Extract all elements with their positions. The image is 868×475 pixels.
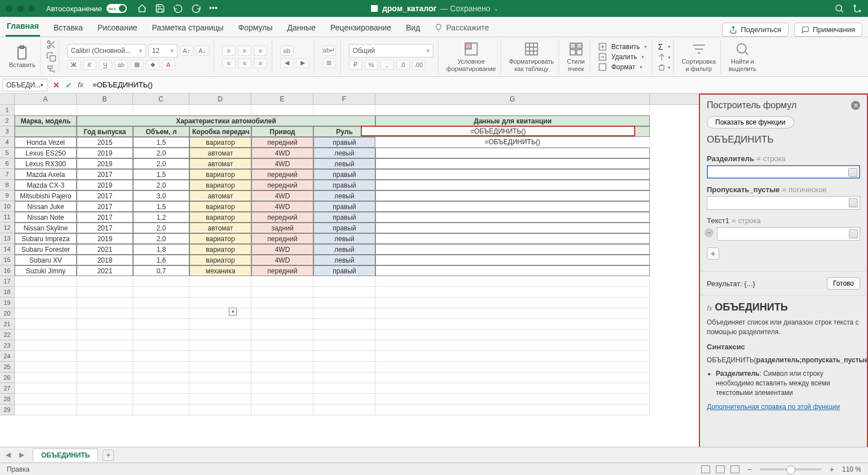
zoom-slider[interactable] xyxy=(760,468,822,470)
row-header[interactable]: 8 xyxy=(0,180,15,190)
cell[interactable]: передний xyxy=(251,265,313,276)
tab-data[interactable]: Данные xyxy=(286,19,317,37)
cell[interactable] xyxy=(189,340,251,351)
column-header[interactable]: E xyxy=(251,94,313,104)
cell[interactable]: 1,5 xyxy=(133,169,189,180)
cell[interactable] xyxy=(77,405,133,415)
cell[interactable] xyxy=(251,276,313,287)
cell[interactable] xyxy=(189,405,251,415)
cell[interactable]: Lexus RX300 xyxy=(15,158,77,169)
cell[interactable] xyxy=(375,105,650,116)
cell[interactable] xyxy=(15,287,77,298)
cell[interactable]: вариатор xyxy=(189,180,251,190)
cell[interactable]: 2021 xyxy=(77,265,133,276)
cell[interactable] xyxy=(133,105,189,116)
settings-icon[interactable] xyxy=(852,3,862,14)
cell[interactable] xyxy=(313,362,375,372)
cell[interactable] xyxy=(77,298,133,308)
font-color-button[interactable]: A xyxy=(162,60,175,70)
cell[interactable] xyxy=(313,308,375,319)
cell[interactable]: левый xyxy=(313,233,375,244)
strike-button[interactable]: ab xyxy=(114,60,128,70)
more-icon[interactable]: ••• xyxy=(209,3,218,14)
column-header[interactable]: C xyxy=(133,94,189,104)
copy-icon[interactable] xyxy=(46,52,56,62)
paste-icon[interactable] xyxy=(14,45,30,60)
done-button[interactable]: Готово xyxy=(827,277,860,290)
cell[interactable]: Nissan Juke xyxy=(15,201,77,212)
cell[interactable] xyxy=(375,383,650,394)
merge-cells-icon[interactable]: ⊞ xyxy=(322,58,336,68)
cell[interactable] xyxy=(77,308,133,319)
page-layout-view-icon[interactable] xyxy=(716,465,725,473)
fx-icon[interactable]: fx xyxy=(78,81,83,89)
cell[interactable]: 4WD xyxy=(251,255,313,265)
row-header[interactable]: 3 xyxy=(0,126,15,137)
row-header[interactable]: 9 xyxy=(0,190,15,201)
cell[interactable] xyxy=(375,233,650,244)
cell[interactable] xyxy=(375,255,650,265)
wrap-text-icon[interactable]: ab↵ xyxy=(322,46,336,56)
column-header[interactable]: A xyxy=(15,94,77,104)
zoom-in-button[interactable]: + xyxy=(830,465,834,474)
cell[interactable]: вариатор xyxy=(189,233,251,244)
cell[interactable] xyxy=(133,405,189,415)
cell[interactable]: правый xyxy=(313,169,375,180)
cell[interactable]: автомат xyxy=(189,223,251,233)
cell[interactable] xyxy=(15,330,77,340)
cell[interactable]: левый xyxy=(313,158,375,169)
cell[interactable]: 1,5 xyxy=(133,137,189,148)
cell[interactable] xyxy=(133,340,189,351)
cell[interactable]: 2,0 xyxy=(133,148,189,158)
cell[interactable]: 4WD xyxy=(251,148,313,158)
page-break-view-icon[interactable] xyxy=(730,465,739,473)
cell[interactable]: Характеристики автомобилей xyxy=(77,116,375,126)
cell[interactable]: 2,0 xyxy=(133,180,189,190)
orientation-icon[interactable]: ab xyxy=(280,46,294,56)
name-box[interactable]: ОБЪЕДИ... ▾ xyxy=(2,79,47,91)
autosum-icon[interactable]: Σ xyxy=(658,42,663,51)
cell[interactable] xyxy=(313,394,375,405)
next-sheet-icon[interactable]: ▶ xyxy=(19,451,28,460)
cell[interactable] xyxy=(375,126,650,137)
cell[interactable] xyxy=(133,362,189,372)
cell[interactable] xyxy=(251,105,313,116)
align-left-icon[interactable]: ≡ xyxy=(222,58,236,68)
cell[interactable] xyxy=(77,105,133,116)
cell[interactable]: 2019 xyxy=(77,180,133,190)
cell[interactable] xyxy=(313,351,375,362)
cell[interactable]: 2017 xyxy=(77,201,133,212)
sort-filter-group[interactable]: Сортировка и фильтр xyxy=(677,39,720,74)
increase-decimal-icon[interactable]: .0 xyxy=(396,60,410,70)
add-arg-button[interactable]: + xyxy=(707,247,719,260)
cell[interactable] xyxy=(375,158,650,169)
tab-draw[interactable]: Рисование xyxy=(96,19,139,37)
autosave-toggle[interactable]: вкл. xyxy=(107,4,127,13)
cell[interactable]: Объем, л xyxy=(133,126,189,137)
row-header[interactable]: 24 xyxy=(0,351,15,362)
save-icon[interactable] xyxy=(155,3,165,14)
find-select-group[interactable]: Найти и выделить xyxy=(724,39,761,74)
cell[interactable] xyxy=(375,244,650,255)
cell[interactable] xyxy=(15,319,77,330)
cell[interactable] xyxy=(133,276,189,287)
cell[interactable]: 2017 xyxy=(77,212,133,223)
cell[interactable] xyxy=(77,330,133,340)
row-header[interactable]: 18 xyxy=(0,287,15,298)
align-right-icon[interactable]: ≡ xyxy=(254,58,267,68)
cell[interactable]: задний xyxy=(251,223,313,233)
cell[interactable]: правый xyxy=(313,265,375,276)
cell[interactable]: 2019 xyxy=(77,233,133,244)
cell[interactable] xyxy=(189,287,251,298)
share-button[interactable]: Поделиться xyxy=(722,23,789,37)
cell[interactable] xyxy=(251,394,313,405)
cell[interactable]: Данные для квитанции xyxy=(375,116,650,126)
cell[interactable]: левый xyxy=(313,255,375,265)
cell[interactable]: Привод xyxy=(251,126,313,137)
close-window[interactable] xyxy=(6,5,12,12)
spreadsheet-grid[interactable]: ABCDEFG 12345678910111213141516171819202… xyxy=(0,94,699,464)
cell[interactable] xyxy=(375,180,650,190)
number-format-select[interactable]: Общий▾ xyxy=(349,44,433,57)
cell[interactable]: вариатор xyxy=(189,137,251,148)
cell[interactable]: вариатор xyxy=(189,255,251,265)
